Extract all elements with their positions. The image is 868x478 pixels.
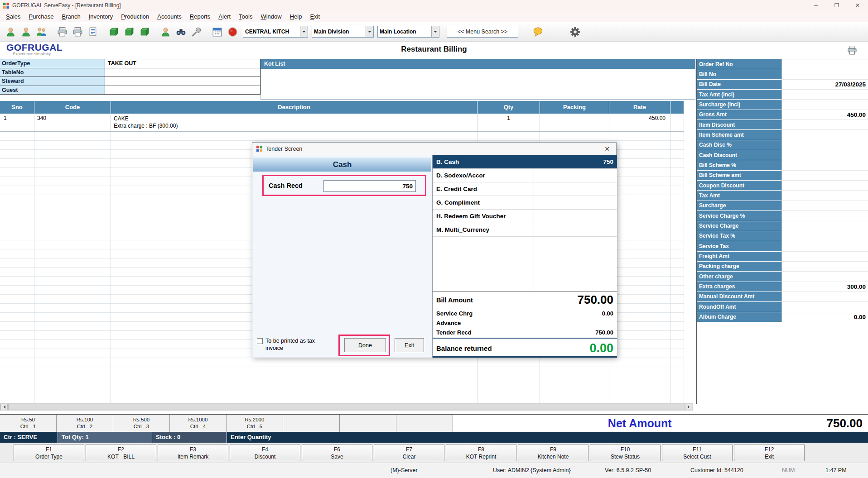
menu-item[interactable]: Help <box>286 13 306 20</box>
function-key-button[interactable]: F8 KOT Reprint <box>446 444 516 461</box>
maximize-icon[interactable]: ❐ <box>826 0 847 11</box>
binoculars-icon[interactable] <box>174 24 188 39</box>
new-entry-icon[interactable] <box>4 24 17 39</box>
scroll-left-icon[interactable] <box>0 404 8 410</box>
col-header-qty[interactable]: Qty <box>477 101 540 114</box>
col-header-packing[interactable]: Packing <box>540 101 609 114</box>
function-key-button[interactable]: F4 Discount <box>230 444 300 461</box>
summary-value[interactable] <box>781 90 868 100</box>
summary-value[interactable] <box>781 241 868 251</box>
location-select[interactable]: Main Location <box>377 26 439 38</box>
order-info-value[interactable] <box>105 86 260 95</box>
scrollbar-thumb[interactable] <box>8 404 685 410</box>
denomination-button[interactable]: Rs.100 Ctrl - 2 <box>57 415 113 432</box>
close-icon[interactable]: ✕ <box>847 0 868 11</box>
summary-value[interactable] <box>781 150 868 160</box>
summary-value[interactable] <box>781 100 868 110</box>
summary-value[interactable] <box>781 160 868 170</box>
summary-value[interactable] <box>781 252 868 262</box>
tender-option[interactable]: H. Redeem Gift Voucher <box>433 210 617 223</box>
summary-value[interactable] <box>781 120 868 130</box>
menu-item[interactable]: Alert <box>214 13 235 20</box>
done-button[interactable]: Done <box>344 338 386 352</box>
tender-dialog-titlebar[interactable]: Tender Screen ✕ <box>252 143 616 155</box>
summary-value[interactable] <box>781 231 868 241</box>
summary-value[interactable] <box>781 69 868 79</box>
tender-option[interactable]: G. Compliment <box>433 196 617 210</box>
menu-item[interactable]: Branch <box>58 13 84 20</box>
function-key-button[interactable]: F11 Select Cust <box>662 444 733 461</box>
horizontal-scrollbar[interactable] <box>0 403 693 411</box>
chevron-down-icon[interactable] <box>300 26 308 37</box>
function-key-button[interactable]: F12 Exit <box>734 444 805 461</box>
function-key-button[interactable]: F9 Kitchen Note <box>518 444 588 461</box>
col-header-rate[interactable]: Rate <box>609 101 670 114</box>
menu-item[interactable]: Reports <box>186 13 215 20</box>
denomination-button[interactable]: Rs.500 Ctrl - 3 <box>113 415 170 432</box>
exit-button[interactable]: Exit <box>395 338 424 352</box>
document-icon[interactable] <box>86 24 100 39</box>
function-key-button[interactable]: F3 Item Remark <box>158 444 228 461</box>
user-icon[interactable] <box>159 24 172 39</box>
kitchen-select[interactable]: CENTRAL KITCH <box>243 26 308 38</box>
summary-value[interactable] <box>781 191 868 201</box>
col-header-sno[interactable]: Sno <box>0 101 34 114</box>
summary-value[interactable] <box>781 302 868 312</box>
order-info-value[interactable]: TAKE OUT <box>105 59 260 68</box>
summary-value[interactable] <box>781 292 868 302</box>
print-preview-icon[interactable] <box>71 24 84 39</box>
order-info-value[interactable] <box>105 77 260 86</box>
scroll-right-icon[interactable] <box>685 404 692 410</box>
calendar-icon[interactable] <box>210 24 224 39</box>
summary-value[interactable] <box>781 140 868 150</box>
summary-value[interactable] <box>781 201 868 211</box>
menu-item[interactable]: Window <box>256 13 285 20</box>
chevron-down-icon[interactable] <box>431 26 439 37</box>
col-header-code[interactable]: Code <box>34 101 111 114</box>
division-select[interactable]: Main Division <box>312 26 374 38</box>
summary-value[interactable] <box>781 181 868 191</box>
denomination-button[interactable]: Rs.50 Ctrl - 1 <box>0 415 57 432</box>
gear-icon[interactable] <box>568 24 582 39</box>
summary-value[interactable]: 300.00 <box>781 282 868 292</box>
function-key-button[interactable]: F6 Save <box>302 444 372 461</box>
item-edit-icon[interactable] <box>122 24 136 39</box>
tender-option[interactable]: E. Credit Card <box>433 182 617 196</box>
summary-value[interactable] <box>781 272 868 282</box>
tools-wrench-icon[interactable] <box>189 24 203 39</box>
dialog-close-icon[interactable]: ✕ <box>604 145 610 153</box>
minimize-icon[interactable]: ─ <box>805 0 826 11</box>
table-row[interactable]: 1 340 CAKE Extra charge : BF (300.00) 1 … <box>0 114 684 132</box>
menu-item[interactable]: Accounts <box>153 13 185 20</box>
menu-item[interactable]: Exit <box>306 13 324 20</box>
cash-received-input[interactable] <box>323 180 416 192</box>
summary-value[interactable] <box>781 211 868 221</box>
menu-item[interactable]: Sales <box>2 13 25 20</box>
tender-option[interactable]: B. Cash 750 <box>433 155 617 169</box>
tax-invoice-checkbox[interactable] <box>257 338 263 344</box>
customers-icon[interactable] <box>34 24 48 39</box>
function-key-button[interactable]: F1 Order Type <box>14 444 84 461</box>
edit-entry-icon[interactable] <box>19 24 33 39</box>
summary-value[interactable] <box>781 221 868 231</box>
item-add-icon[interactable] <box>107 24 121 39</box>
summary-value[interactable] <box>781 171 868 181</box>
chevron-down-icon[interactable] <box>366 26 373 37</box>
function-key-button[interactable]: F10 Stew Status <box>590 444 661 461</box>
print-bill-icon[interactable] <box>846 45 858 56</box>
summary-value[interactable] <box>781 130 868 140</box>
stop-record-icon[interactable] <box>226 24 239 39</box>
tax-invoice-option[interactable]: To be printed as tax invoice <box>257 337 329 352</box>
order-info-value[interactable] <box>105 68 260 77</box>
print-icon[interactable] <box>55 24 69 39</box>
summary-value[interactable] <box>781 262 868 272</box>
summary-value[interactable]: 0.00 <box>781 312 868 322</box>
menu-item[interactable]: Tools <box>235 13 256 20</box>
function-key-button[interactable]: F7 Clear <box>374 444 444 461</box>
menu-item[interactable]: Inventory <box>85 13 117 20</box>
summary-value[interactable]: 27/03/2025 <box>781 80 868 90</box>
menu-search-input[interactable]: << Menu Search >> <box>447 26 518 38</box>
tender-option[interactable]: M. Multi_Currency <box>433 223 617 237</box>
item-group-icon[interactable] <box>138 24 151 39</box>
summary-value[interactable]: 450.00 <box>781 110 868 120</box>
